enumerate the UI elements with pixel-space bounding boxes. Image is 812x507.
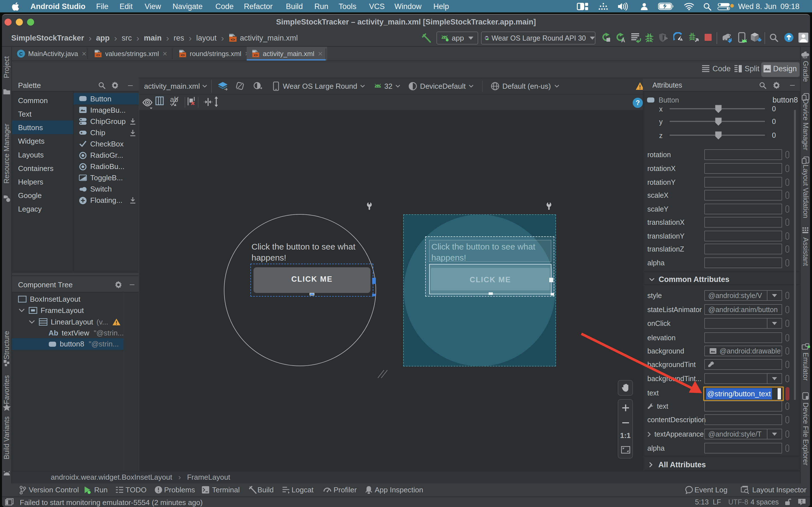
svg-text:<>: <> xyxy=(231,38,235,42)
svg-text:<>: <> xyxy=(96,53,100,57)
svg-text:C: C xyxy=(19,51,22,57)
svg-text:<>: <> xyxy=(181,53,185,57)
svg-text:<>: <> xyxy=(254,53,258,57)
svg-text:?: ? xyxy=(636,99,640,107)
svg-text:A: A xyxy=(621,37,625,43)
